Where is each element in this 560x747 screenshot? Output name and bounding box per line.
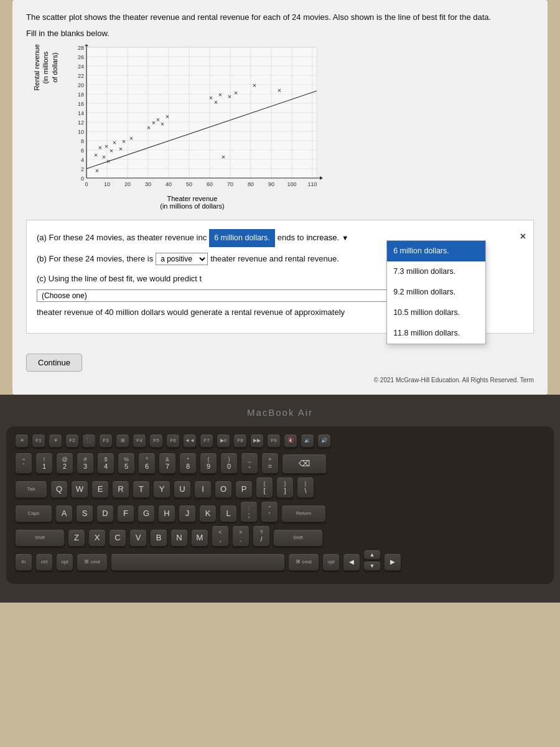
key-r[interactable]: R [112, 481, 129, 498]
key-caps[interactable]: Caps [15, 505, 52, 522]
key-i[interactable]: I [194, 481, 212, 498]
key-k[interactable]: K [199, 505, 217, 522]
dropdown-option-3[interactable]: 9.2 million dollars. [387, 282, 485, 303]
key-backtick[interactable]: ~` [15, 453, 32, 474]
question-c-select[interactable]: (Choose one) a theater revenue of 40 mil… [37, 289, 404, 302]
key-f8[interactable]: F8 [233, 434, 247, 448]
key-f5[interactable]: F5 [149, 434, 163, 448]
svg-text:×: × [278, 87, 281, 94]
key-e[interactable]: E [91, 481, 109, 498]
key-cmd-right[interactable]: ⌘ cmd [288, 553, 319, 571]
key-return[interactable]: Return [281, 505, 326, 522]
key-equals[interactable]: += [261, 453, 279, 474]
key-semicolon[interactable]: :; [240, 501, 258, 522]
key-arrow-left[interactable]: ◄ [343, 553, 360, 571]
key-space[interactable] [111, 553, 285, 571]
dropdown-option-4[interactable]: 10.5 million dollars. [387, 303, 485, 323]
key-f2[interactable]: F2 [65, 434, 79, 448]
key-tab[interactable]: Tab [15, 481, 47, 498]
key-m[interactable]: M [191, 529, 208, 547]
key-4[interactable]: $4 [97, 453, 114, 474]
key-p[interactable]: P [235, 481, 253, 498]
key-rbracket[interactable]: }] [276, 477, 294, 498]
key-cmd-left[interactable]: ⌘ cmd [77, 553, 108, 571]
key-f7[interactable]: F7 [200, 434, 213, 448]
key-arrow-down[interactable]: ▼ [363, 561, 381, 571]
key-9[interactable]: (9 [200, 453, 217, 474]
key-vol-down[interactable]: 🔉 [301, 434, 314, 448]
key-q[interactable]: Q [50, 481, 68, 498]
key-l[interactable]: L [220, 505, 237, 522]
key-n[interactable]: N [170, 529, 188, 547]
key-d[interactable]: D [96, 505, 114, 522]
key-w[interactable]: W [71, 481, 88, 498]
key-f3[interactable]: F3 [99, 434, 113, 448]
key-s[interactable]: S [76, 505, 93, 522]
key-fast-fwd[interactable]: ▶▶ [250, 434, 264, 448]
key-6[interactable]: ^6 [138, 453, 156, 474]
key-3[interactable]: #3 [77, 453, 94, 474]
key-vol-up[interactable]: 🔊 [317, 434, 331, 448]
question-b-select[interactable]: a positive a negative no [156, 253, 208, 265]
key-f9[interactable]: F9 [267, 434, 281, 448]
key-2[interactable]: @2 [56, 453, 73, 474]
key-minus[interactable]: _- [241, 453, 258, 474]
svg-text:×: × [228, 93, 231, 100]
key-ctrl[interactable]: ctrl [35, 553, 53, 571]
key-play[interactable]: ▶II [217, 434, 230, 448]
key-launchpad[interactable]: ⊞ [116, 434, 129, 448]
key-c[interactable]: C [109, 529, 126, 547]
key-f6[interactable]: F6 [166, 434, 180, 448]
key-j[interactable]: J [179, 505, 196, 522]
key-rewind[interactable]: ◄◄ [183, 434, 197, 448]
key-slash[interactable]: ?/ [253, 525, 270, 547]
dropdown-a-arrow[interactable]: ▼ [342, 231, 348, 245]
key-backspace[interactable]: ⌫ [282, 454, 327, 474]
key-7[interactable]: &7 [159, 453, 176, 474]
x-axis-label: Theater revenue (in millions of dollars) [160, 195, 224, 210]
key-8[interactable]: *8 [179, 453, 197, 474]
key-f1[interactable]: F1 [32, 434, 45, 448]
dropdown-option-2[interactable]: 7.3 million dollars. [387, 261, 485, 282]
key-a[interactable]: A [55, 505, 73, 522]
key-b[interactable]: B [150, 529, 167, 547]
key-arrow-up[interactable]: ▲ [363, 550, 381, 560]
key-brightness-down[interactable]: ☀ [15, 434, 29, 448]
key-u[interactable]: U [174, 481, 191, 498]
key-g[interactable]: G [138, 505, 155, 522]
key-t[interactable]: T [133, 481, 150, 498]
key-0[interactable]: )0 [220, 453, 238, 474]
key-comma[interactable]: <, [212, 525, 229, 547]
key-shift-left[interactable]: Shift [15, 529, 65, 547]
svg-text:×: × [119, 145, 123, 153]
key-fn[interactable]: fn [15, 553, 32, 571]
key-lbracket[interactable]: {[ [256, 477, 273, 498]
key-z[interactable]: Z [68, 529, 85, 547]
key-f[interactable]: F [117, 505, 134, 522]
key-5[interactable]: %5 [118, 453, 135, 474]
key-quote[interactable]: "' [261, 501, 278, 522]
svg-text:8: 8 [81, 138, 84, 144]
key-shift-right[interactable]: Shift [273, 529, 323, 547]
key-1[interactable]: !1 [35, 453, 53, 474]
continue-button[interactable]: Continue [26, 354, 82, 372]
key-option-left[interactable]: opt [56, 553, 73, 571]
dropdown-option-5[interactable]: 11.8 million dollars. [387, 323, 485, 344]
key-arrow-right[interactable]: ► [384, 553, 401, 571]
dropdown-a-selected[interactable]: 6 million dollars. [209, 229, 275, 247]
dropdown-a-options[interactable]: 6 million dollars. 7.3 million dollars. … [386, 240, 486, 344]
key-y[interactable]: Y [153, 481, 170, 498]
key-option-right[interactable]: opt [322, 553, 340, 571]
key-brightness-up[interactable]: ☀ [49, 434, 62, 448]
key-v[interactable]: V [129, 529, 147, 547]
dropdown-option-1[interactable]: 6 million dollars. [387, 241, 485, 261]
key-mission-ctrl[interactable]: ⬛ [82, 434, 96, 448]
key-o[interactable]: O [215, 481, 232, 498]
dropdown-a-container[interactable]: 6 million dollars. 6 million dollars. 7.… [209, 229, 275, 247]
key-mute[interactable]: 🔇 [284, 434, 297, 448]
key-x[interactable]: X [88, 529, 106, 547]
key-f4[interactable]: F4 [133, 434, 146, 448]
key-backslash[interactable]: |\ [297, 477, 314, 498]
key-h[interactable]: H [158, 505, 175, 522]
key-period[interactable]: >. [232, 525, 250, 547]
